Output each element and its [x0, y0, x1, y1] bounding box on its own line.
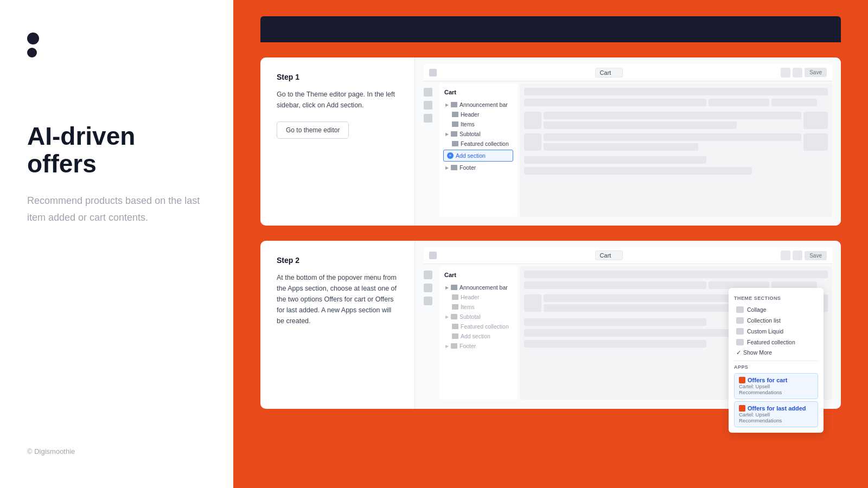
- app-logo-2: [739, 405, 745, 412]
- preview-bar-7: [544, 133, 801, 141]
- arrow-icon: ▶: [445, 132, 449, 137]
- preview-price: [803, 112, 828, 129]
- step1-right: Cart Save: [415, 57, 841, 226]
- custom-liquid-icon: [736, 328, 744, 335]
- preview-bar-10: [524, 167, 752, 175]
- left-panel: AI-driven offers Recommend products base…: [0, 0, 233, 488]
- arrow-icon: ▶: [445, 165, 449, 170]
- preview-bar-5: [544, 112, 801, 119]
- undo-icon: [781, 68, 790, 78]
- save-btn[interactable]: Save: [805, 68, 827, 77]
- arrow-icon: ▶: [445, 102, 449, 107]
- preview-bar-s2-1: [524, 271, 828, 278]
- section-icon: [452, 121, 458, 127]
- pb5: [524, 340, 706, 348]
- section-icon: [452, 141, 458, 146]
- tree2-add-section[interactable]: Add section: [443, 331, 513, 341]
- section-icon: [451, 102, 457, 107]
- copyright: © Digismoothie: [27, 426, 206, 455]
- pb3: [524, 318, 706, 326]
- step1-card: Step 1 Go to the Theme editor page. In t…: [260, 57, 841, 226]
- section-icon: [451, 314, 457, 319]
- show-more-button[interactable]: ✓ Show More: [734, 348, 818, 357]
- redo-icon-2: [793, 251, 802, 260]
- section-icon: [452, 304, 458, 310]
- toolbar-icon-2: [429, 252, 437, 259]
- section-icon: [452, 333, 458, 339]
- logo: [27, 33, 206, 57]
- preview-bar-2: [524, 99, 706, 106]
- popover-offers-for-cart[interactable]: Offers for cart Cartel: Upsell Recommend…: [734, 373, 818, 399]
- top-bar: [260, 16, 841, 42]
- tree2-subtotal[interactable]: ▶ Subtotal: [443, 312, 513, 322]
- go-to-theme-editor-button[interactable]: Go to theme editor: [277, 121, 349, 139]
- step2-mini-editor: Cart Save: [424, 247, 832, 402]
- side-icon-2: [424, 101, 432, 110]
- collage-icon: [736, 306, 744, 313]
- tree2-featured[interactable]: Featured collection: [443, 322, 513, 331]
- section-icon: [451, 343, 457, 349]
- preview-bar-s2-2: [524, 281, 706, 289]
- step2-description: At the bottom of the popover menu from t…: [277, 272, 398, 326]
- app-logo-1: [739, 377, 745, 383]
- step1-description: Go to the Theme editor page. In the left…: [277, 89, 398, 111]
- tree2-header[interactable]: Header: [443, 292, 513, 302]
- popover-collage[interactable]: Collage: [734, 304, 818, 315]
- step1-mini-editor: Cart Save: [424, 64, 832, 219]
- step1-toolbar-actions: Save: [781, 68, 827, 78]
- step2-left: Step 2 At the bottom of the popover menu…: [260, 241, 415, 409]
- popover-featured-collection[interactable]: Featured collection: [734, 337, 818, 348]
- tree-subtotal[interactable]: ▶ Subtotal: [443, 129, 513, 139]
- featured-collection-icon: [736, 339, 744, 345]
- step1-cart-dropdown[interactable]: Cart: [595, 68, 623, 78]
- preview-bar-1: [524, 88, 828, 95]
- tree2-footer[interactable]: ▶ Footer: [443, 341, 513, 351]
- tree-footer[interactable]: ▶ Footer: [443, 163, 513, 172]
- logo-dot-top: [27, 33, 39, 44]
- preview-bar-9: [524, 156, 706, 164]
- section-icon: [452, 112, 458, 117]
- step2-sidebar: Cart ▶ Announcement bar Header: [439, 266, 518, 400]
- step2-editor-body: Cart ▶ Announcement bar Header: [424, 266, 832, 400]
- step1-preview: [520, 84, 832, 217]
- tree2-announcement-bar[interactable]: ▶ Announcement bar: [443, 282, 513, 292]
- tree2-items[interactable]: Items: [443, 302, 513, 312]
- pb4: [524, 329, 752, 337]
- save-btn-2[interactable]: Save: [805, 251, 827, 260]
- apps-title: APPS: [734, 364, 818, 370]
- section-icon: [451, 165, 457, 170]
- pb2: [544, 304, 737, 312]
- show-more-label: Show More: [743, 349, 772, 356]
- section-icon: [451, 131, 457, 137]
- section-icon: [452, 324, 458, 329]
- popover-offers-for-last-added[interactable]: Offers for last added Cartel: Upsell Rec…: [734, 401, 818, 427]
- popover-collection-list[interactable]: Collection list: [734, 315, 818, 326]
- preview-price-2: [803, 133, 828, 151]
- step2-card: Step 2 At the bottom of the popover menu…: [260, 241, 841, 409]
- preview-thumb-s2: [524, 294, 541, 312]
- step2-right: Cart Save: [415, 241, 841, 409]
- add-icon: +: [447, 152, 454, 159]
- tree-announcement-bar[interactable]: ▶ Announcement bar: [443, 100, 513, 110]
- preview-thumb: [524, 112, 541, 129]
- logo-dot-bottom: [27, 48, 37, 57]
- right-panel: Step 1 Go to the Theme editor page. In t…: [233, 0, 868, 488]
- subtitle: Recommend products based on the last ite…: [27, 192, 206, 226]
- tree-header[interactable]: Header: [443, 110, 513, 119]
- add-section-button[interactable]: + Add section: [443, 150, 513, 162]
- step1-sidebar-title: Cart: [443, 89, 513, 95]
- tree-featured-collection[interactable]: Featured collection: [443, 139, 513, 149]
- theme-sections-title: THEME SECTIONS: [734, 296, 818, 301]
- step1-sidebar: Cart ▶ Announcement bar Header: [439, 84, 518, 217]
- side-icon-1: [424, 88, 432, 97]
- popover-custom-liquid[interactable]: Custom Liquid: [734, 326, 818, 337]
- tree-items[interactable]: Items: [443, 119, 513, 129]
- side-icon-6: [424, 297, 432, 305]
- step2-number: Step 2: [277, 256, 398, 265]
- step2-side-icons: [424, 266, 437, 400]
- step2-cart-dropdown[interactable]: Cart: [595, 251, 623, 260]
- toolbar-icon: [429, 69, 437, 76]
- side-icon-5: [424, 284, 432, 292]
- step1-number: Step 1: [277, 73, 398, 81]
- section-icon: [452, 294, 458, 300]
